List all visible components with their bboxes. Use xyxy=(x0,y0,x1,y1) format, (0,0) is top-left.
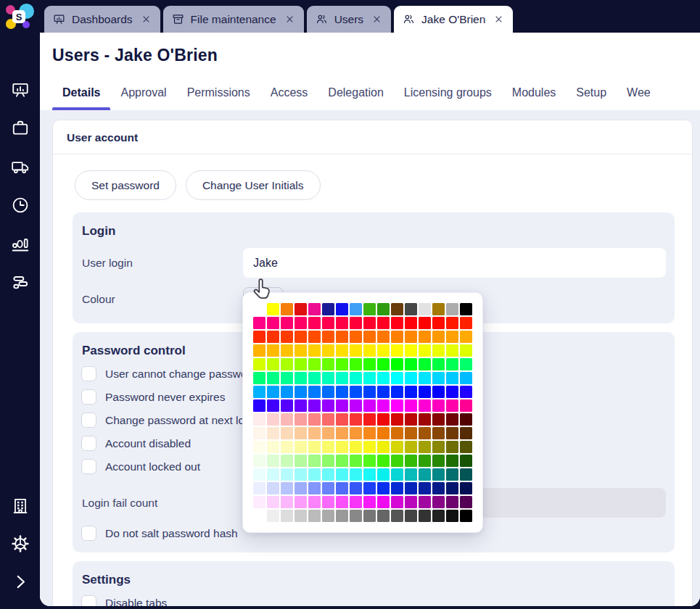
palette-swatch[interactable] xyxy=(336,317,348,329)
palette-swatch[interactable] xyxy=(377,358,390,370)
palette-swatch[interactable] xyxy=(363,386,376,398)
palette-swatch[interactable] xyxy=(405,441,417,453)
palette-swatch[interactable] xyxy=(405,496,417,508)
palette-swatch[interactable] xyxy=(405,455,417,467)
palette-swatch[interactable] xyxy=(253,344,265,357)
palette-swatch[interactable] xyxy=(308,482,321,494)
palette-swatch[interactable] xyxy=(432,331,445,343)
tab-access[interactable]: Access xyxy=(260,86,318,110)
palette-swatch[interactable] xyxy=(446,372,458,384)
tab-wee[interactable]: Wee xyxy=(617,86,661,110)
palette-swatch[interactable] xyxy=(267,510,279,522)
palette-swatch[interactable] xyxy=(432,358,445,370)
palette-swatch[interactable] xyxy=(377,317,390,329)
palette-swatch[interactable] xyxy=(267,331,279,343)
palette-swatch[interactable] xyxy=(308,510,321,522)
palette-swatch[interactable] xyxy=(267,386,279,398)
palette-swatch[interactable] xyxy=(295,303,307,315)
palette-swatch[interactable] xyxy=(350,386,362,398)
palette-swatch[interactable] xyxy=(308,441,321,453)
palette-swatch[interactable] xyxy=(322,510,334,522)
palette-swatch[interactable] xyxy=(363,358,376,370)
palette-swatch[interactable] xyxy=(281,455,293,467)
palette-swatch[interactable] xyxy=(308,399,321,412)
palette-swatch[interactable] xyxy=(308,303,321,315)
checkbox-password-never-expires[interactable] xyxy=(81,389,96,405)
palette-swatch[interactable] xyxy=(432,372,445,384)
palette-swatch[interactable] xyxy=(253,510,265,522)
tab-licensing-groups[interactable]: Licensing groups xyxy=(394,86,502,110)
palette-swatch[interactable] xyxy=(460,344,472,357)
palette-swatch[interactable] xyxy=(281,386,293,398)
palette-swatch[interactable] xyxy=(336,496,348,508)
palette-swatch[interactable] xyxy=(281,413,293,426)
palette-swatch[interactable] xyxy=(446,386,458,398)
palette-swatch[interactable] xyxy=(432,455,445,467)
palette-swatch[interactable] xyxy=(281,372,293,384)
palette-swatch[interactable] xyxy=(391,386,403,398)
palette-swatch[interactable] xyxy=(281,441,293,453)
top-tab-jake-o-brien[interactable]: Jake O'Brien xyxy=(394,6,513,33)
palette-swatch[interactable] xyxy=(446,303,458,315)
palette-swatch[interactable] xyxy=(350,496,362,508)
palette-swatch[interactable] xyxy=(253,455,265,467)
palette-swatch[interactable] xyxy=(446,455,458,467)
palette-swatch[interactable] xyxy=(308,413,321,426)
palette-swatch[interactable] xyxy=(267,455,279,467)
palette-swatch[interactable] xyxy=(432,482,445,494)
palette-swatch[interactable] xyxy=(432,344,445,357)
palette-swatch[interactable] xyxy=(322,413,334,426)
palette-swatch[interactable] xyxy=(322,386,334,398)
tab-approval[interactable]: Approval xyxy=(110,86,176,110)
palette-swatch[interactable] xyxy=(295,386,307,398)
palette-swatch[interactable] xyxy=(322,344,334,357)
palette-swatch[interactable] xyxy=(446,427,458,439)
palette-swatch[interactable] xyxy=(460,317,472,329)
palette-swatch[interactable] xyxy=(432,399,445,412)
palette-swatch[interactable] xyxy=(363,344,376,357)
tab-permissions[interactable]: Permissions xyxy=(177,86,260,110)
sidebar-item-gear[interactable] xyxy=(0,525,40,563)
palette-swatch[interactable] xyxy=(253,399,265,412)
palette-swatch[interactable] xyxy=(419,510,431,522)
checkbox-disable-tabs[interactable] xyxy=(81,595,96,606)
palette-swatch[interactable] xyxy=(460,413,472,426)
palette-swatch[interactable] xyxy=(336,372,348,384)
palette-swatch[interactable] xyxy=(419,441,431,453)
palette-swatch[interactable] xyxy=(460,468,472,481)
tab-setup[interactable]: Setup xyxy=(566,86,617,110)
palette-swatch[interactable] xyxy=(363,455,376,467)
palette-swatch[interactable] xyxy=(350,468,362,481)
palette-swatch[interactable] xyxy=(419,455,431,467)
palette-swatch[interactable] xyxy=(281,331,293,343)
palette-swatch[interactable] xyxy=(267,372,279,384)
palette-swatch[interactable] xyxy=(391,482,403,494)
palette-swatch[interactable] xyxy=(460,372,472,384)
palette-swatch[interactable] xyxy=(322,482,334,494)
palette-swatch[interactable] xyxy=(391,399,403,412)
palette-swatch[interactable] xyxy=(350,344,362,357)
palette-swatch[interactable] xyxy=(267,413,279,426)
palette-swatch[interactable] xyxy=(432,317,445,329)
palette-swatch[interactable] xyxy=(253,331,265,343)
palette-swatch[interactable] xyxy=(446,358,458,370)
palette-swatch[interactable] xyxy=(419,399,431,412)
palette-swatch[interactable] xyxy=(253,427,265,439)
palette-swatch[interactable] xyxy=(363,441,376,453)
palette-swatch[interactable] xyxy=(350,303,362,315)
palette-swatch[interactable] xyxy=(336,427,348,439)
palette-swatch[interactable] xyxy=(267,441,279,453)
palette-swatch[interactable] xyxy=(405,427,417,439)
palette-swatch[interactable] xyxy=(295,468,307,481)
sidebar-item-clock[interactable] xyxy=(0,186,40,224)
palette-swatch[interactable] xyxy=(363,510,376,522)
palette-swatch[interactable] xyxy=(391,303,403,315)
palette-swatch[interactable] xyxy=(336,455,348,467)
palette-swatch[interactable] xyxy=(308,427,321,439)
palette-swatch[interactable] xyxy=(432,468,445,481)
close-icon[interactable] xyxy=(372,14,382,24)
palette-swatch[interactable] xyxy=(281,468,293,481)
palette-swatch[interactable] xyxy=(446,482,458,494)
palette-swatch[interactable] xyxy=(446,510,458,522)
palette-swatch[interactable] xyxy=(419,496,431,508)
